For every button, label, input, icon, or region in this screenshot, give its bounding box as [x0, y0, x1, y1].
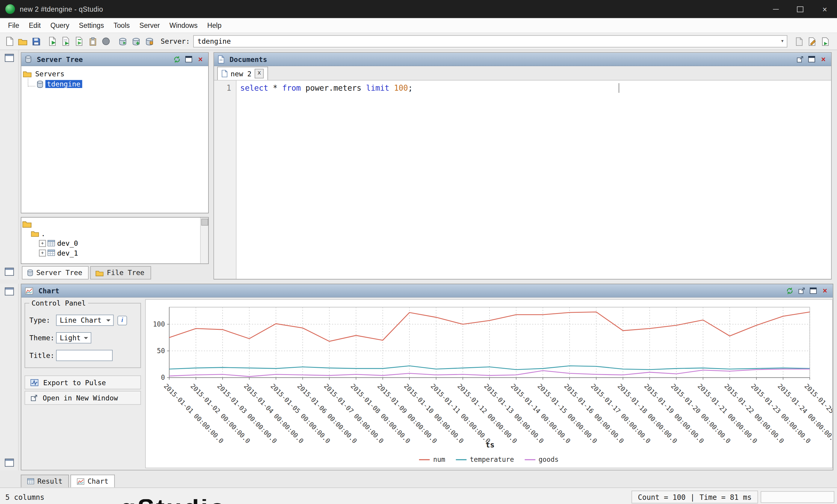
edit-document-icon[interactable]	[806, 35, 818, 48]
chart-theme-select[interactable]: Light	[56, 332, 91, 343]
popout-icon	[31, 394, 38, 402]
tree-node-tdengine[interactable]: tdengine	[23, 79, 207, 89]
menu-settings[interactable]: Settings	[74, 19, 109, 32]
tree-node-dot[interactable]: .	[22, 229, 199, 238]
window-title: new 2 #tdengine - qStudio	[20, 5, 103, 13]
chart-type-select[interactable]: Line Chart	[56, 315, 113, 325]
refresh-server-icon[interactable]	[116, 35, 128, 48]
add-server-icon[interactable]	[130, 35, 142, 48]
theme-label: Theme:	[29, 334, 56, 342]
vertical-scrollbar[interactable]	[200, 218, 208, 263]
menu-windows[interactable]: Windows	[165, 19, 202, 32]
dock-window-icon[interactable]	[4, 287, 14, 295]
menu-file[interactable]: File	[3, 19, 24, 32]
tab-chart[interactable]: Chart	[70, 475, 115, 487]
documents-panel: Documents × new 2 x	[214, 52, 832, 280]
tab-label: Chart	[88, 478, 108, 485]
columns-count-label: 5 columns	[3, 492, 44, 501]
result-chart-tabs: Result Chart	[0, 470, 837, 487]
title-bar: new 2 #tdengine - qStudio ×	[0, 0, 837, 18]
tree-node-label-selected: tdengine	[45, 80, 82, 88]
maximize-panel-icon[interactable]	[806, 54, 817, 64]
close-panel-icon[interactable]: ×	[818, 54, 829, 64]
tab-new-2[interactable]: new 2 x	[217, 67, 268, 80]
tab-file-tree[interactable]: File Tree	[90, 266, 151, 280]
server-combobox-value: tdengine	[197, 37, 231, 45]
menu-tools[interactable]: Tools	[109, 19, 135, 32]
tree-node-servers[interactable]: Servers	[23, 69, 207, 79]
popout-panel-icon[interactable]	[797, 286, 807, 295]
code-line: select * from power.meters limit 100;	[240, 82, 831, 94]
close-panel-icon[interactable]: ×	[195, 54, 206, 64]
screen: new 2 #tdengine - qStudio × File Edit Qu…	[0, 0, 837, 504]
save-icon[interactable]	[30, 35, 42, 48]
dock-window-icon[interactable]	[4, 459, 14, 467]
refresh-chart-icon[interactable]	[785, 286, 795, 295]
table-icon	[48, 249, 55, 256]
expand-icon[interactable]: +	[39, 240, 46, 247]
legend-line	[524, 459, 535, 460]
legend-item: temperature	[456, 455, 514, 464]
chart-title-input[interactable]	[56, 350, 113, 361]
server-combobox[interactable]: tdengine ▾	[193, 35, 787, 48]
menu-edit[interactable]: Edit	[24, 19, 46, 32]
dock-window-icon[interactable]	[4, 54, 14, 62]
close-tab-icon[interactable]: x	[255, 69, 264, 78]
menu-query[interactable]: Query	[46, 19, 74, 32]
file-mini-tree: . + dev_0 + dev_1	[21, 218, 200, 263]
scrollbar-thumb[interactable]	[201, 219, 208, 226]
refresh-server-tree-icon[interactable]	[172, 54, 182, 64]
info-icon[interactable]: i	[118, 315, 127, 325]
run-line-icon[interactable]	[60, 35, 72, 48]
chart-theme-value: Light	[60, 334, 81, 342]
menu-bar: File Edit Query Settings Tools Server Wi…	[0, 18, 837, 33]
code-area[interactable]: select * from power.meters limit 100;	[236, 80, 831, 279]
stats-separator: |	[691, 492, 695, 501]
run-query-icon[interactable]	[47, 35, 59, 48]
open-file-icon[interactable]	[17, 35, 29, 48]
open-in-new-window-button[interactable]: Open in New Window	[24, 391, 141, 405]
popout-panel-icon[interactable]	[795, 54, 805, 64]
tab-label: Result	[37, 478, 63, 485]
document-icon	[221, 70, 227, 77]
menu-server[interactable]: Server	[135, 19, 164, 32]
close-panel-icon[interactable]: ×	[820, 286, 830, 295]
sql-token: from	[282, 84, 301, 92]
documents-title: Documents	[230, 55, 267, 63]
maximize-panel-icon[interactable]	[808, 286, 818, 295]
document-icon	[218, 55, 224, 63]
server-settings-icon[interactable]	[143, 35, 156, 48]
tree-node-dev_0[interactable]: + dev_0	[22, 239, 199, 248]
menu-help[interactable]: Help	[202, 19, 227, 32]
expand-icon[interactable]: +	[39, 249, 46, 256]
control-panel-legend: Control Panel	[29, 299, 88, 307]
left-dock-strip-lower	[0, 284, 19, 470]
tab-label: new 2	[231, 70, 252, 78]
close-window-button[interactable]: ×	[813, 0, 837, 18]
minimize-button[interactable]	[763, 0, 788, 18]
tab-server-tree[interactable]: Server Tree	[22, 266, 89, 280]
legend-line	[420, 459, 430, 460]
tree-node-dev_1[interactable]: + dev_1	[22, 248, 199, 258]
recent-documents-icon[interactable]	[793, 35, 805, 48]
tree-node-label: Servers	[34, 70, 66, 78]
chart-panel: Chart × Control Pane	[21, 284, 833, 470]
sql-editor[interactable]: 1 select * from power.meters limit 100;	[214, 80, 831, 279]
tree-node-root-folder[interactable]	[22, 219, 199, 229]
tab-result[interactable]: Result	[21, 475, 69, 487]
paste-icon[interactable]	[87, 35, 99, 48]
dock-window-icon[interactable]	[4, 268, 14, 276]
minimize-icon	[772, 9, 779, 9]
toolbar-right-group	[793, 35, 833, 48]
open-in-explorer-icon[interactable]	[819, 35, 832, 48]
chart-icon	[25, 287, 33, 294]
new-document-icon[interactable]	[3, 35, 16, 48]
send-query-icon[interactable]	[73, 35, 85, 48]
button-label: Export to Pulse	[43, 378, 106, 386]
maximize-button[interactable]	[788, 0, 813, 18]
stop-icon[interactable]	[100, 35, 112, 48]
maximize-panel-icon[interactable]	[184, 54, 194, 64]
control-panel-fieldset: Control Panel Type: Line Chart i Theme: …	[24, 299, 141, 368]
sql-token: limit	[366, 84, 389, 92]
export-to-pulse-button[interactable]: Export to Pulse	[24, 375, 141, 389]
